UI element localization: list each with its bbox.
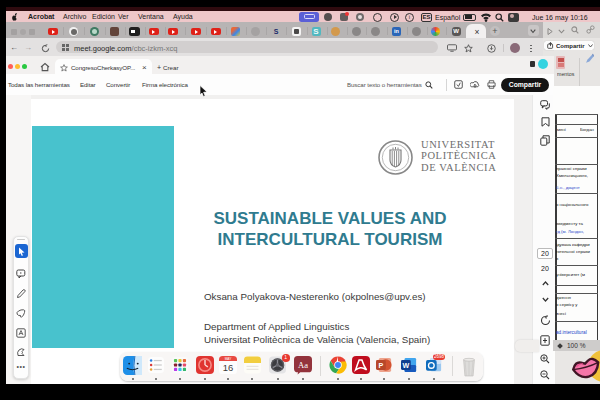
svg-text:P: P — [379, 362, 384, 370]
svg-text:MAY: MAY — [225, 357, 233, 361]
svg-text:W: W — [402, 362, 409, 370]
svg-text:16: 16 — [223, 362, 234, 373]
svg-text:Aa: Aa — [298, 360, 308, 370]
